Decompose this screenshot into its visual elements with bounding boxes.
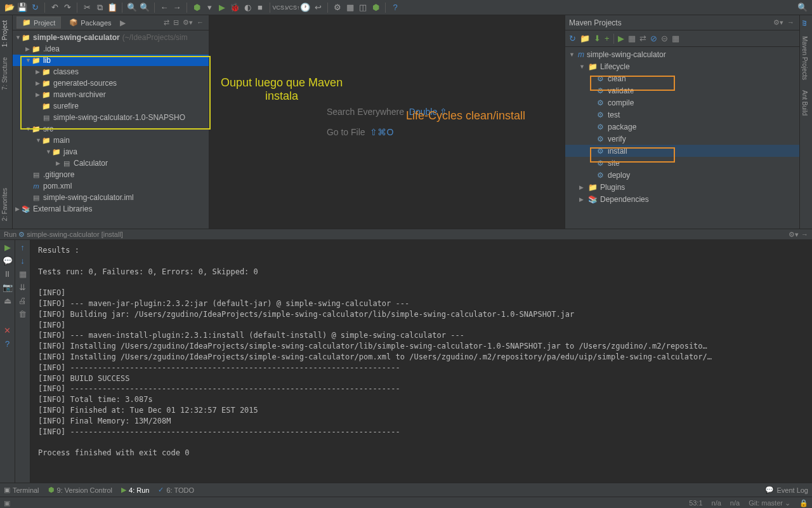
show-icon[interactable]: ▦ xyxy=(672,34,679,43)
close-icon[interactable]: ✕ xyxy=(4,326,11,335)
tree-row[interactable]: ▼📁java xyxy=(13,146,209,157)
download-icon[interactable]: ⬇ xyxy=(594,34,601,43)
coverage-icon[interactable]: ◐ xyxy=(242,2,253,13)
tree-row[interactable]: ▶📁classes xyxy=(13,66,209,77)
exec-icon[interactable]: ▦ xyxy=(628,34,636,43)
generate-icon[interactable]: 📁 xyxy=(580,34,590,43)
dump-icon[interactable]: 💬 xyxy=(3,256,13,265)
up-icon[interactable]: ↑ xyxy=(20,243,25,252)
line-sep[interactable]: n/a xyxy=(730,499,740,507)
search-icon[interactable]: 🔍 xyxy=(797,2,808,13)
tab-maven[interactable]: m xyxy=(800,15,809,31)
external-libraries[interactable]: ▶📚 External Libraries xyxy=(13,203,209,215)
tree-row[interactable]: ▤simple-swing-calculator-1.0-SNAPSHO xyxy=(13,112,209,123)
maven-goal-compile[interactable]: ⚙compile xyxy=(565,97,799,109)
tree-row[interactable]: ▤.gitignore xyxy=(13,169,209,180)
collapse-icon[interactable]: ⊟ xyxy=(172,18,180,27)
maven-plugins[interactable]: ▶📁 Plugins xyxy=(565,181,799,193)
tab-maven-label[interactable]: Maven Projects xyxy=(800,31,809,85)
exit-icon[interactable]: ⏏ xyxy=(4,296,11,305)
hide-icon[interactable]: → xyxy=(801,231,808,239)
toggle-icon[interactable]: ⇄ xyxy=(639,34,646,43)
tree-row[interactable]: ▶📁generated-sources xyxy=(13,77,209,89)
hide-icon[interactable]: ← xyxy=(195,18,205,27)
tab-run[interactable]: ▶4: Run xyxy=(121,486,149,494)
paste-icon[interactable]: 📋 xyxy=(107,2,118,13)
skip-icon[interactable]: ⊘ xyxy=(650,34,657,43)
wrap-icon[interactable]: ▦ xyxy=(19,269,27,279)
android-icon[interactable]: ⬢ xyxy=(370,2,381,13)
maven-root[interactable]: ▼m simple-swing-calculator xyxy=(565,48,799,60)
tab-todo[interactable]: ✓6: TODO xyxy=(158,486,194,494)
tree-row[interactable]: ▼📁lib xyxy=(13,55,209,66)
maven-dependencies[interactable]: ▶📚 Dependencies xyxy=(565,193,799,205)
maven-goal-clean[interactable]: ⚙clean xyxy=(565,72,799,84)
tab-favorites[interactable]: 2: Favorites xyxy=(0,183,10,226)
git-branch[interactable]: Git: master ⌄ xyxy=(749,499,790,507)
tab-terminal[interactable]: ▣Terminal xyxy=(4,486,39,494)
maven-goal-package[interactable]: ⚙package xyxy=(565,121,799,133)
sync-icon[interactable]: ↻ xyxy=(29,2,41,13)
tab-project[interactable]: 1: Project xyxy=(0,15,10,52)
structure-icon[interactable]: ▦ xyxy=(344,2,356,13)
print-icon[interactable]: 🖨 xyxy=(18,296,27,305)
maven-goal-verify[interactable]: ⚙verify xyxy=(565,133,799,145)
debug-icon[interactable]: 🐞 xyxy=(229,2,240,13)
clear-icon[interactable]: 🗑 xyxy=(18,309,27,319)
tree-row[interactable]: ▼📁main xyxy=(13,135,209,146)
hide-icon[interactable]: → xyxy=(786,18,796,27)
make-icon[interactable]: ⬢ xyxy=(191,2,202,13)
save-icon[interactable]: 💾 xyxy=(16,2,28,13)
find-icon[interactable]: 🔍 xyxy=(126,2,138,13)
config-icon[interactable]: ▾ xyxy=(204,2,215,13)
status-icon[interactable]: ▣ xyxy=(4,499,10,507)
run-icon[interactable]: ▶ xyxy=(216,2,228,13)
back-icon[interactable]: ← xyxy=(159,2,170,13)
vcs-update-icon[interactable]: VCS↓ xyxy=(274,2,285,13)
tab-structure[interactable]: 7: Structure xyxy=(0,52,10,95)
copy-icon[interactable]: ⧉ xyxy=(94,2,105,13)
replace-icon[interactable]: 🔍 xyxy=(139,2,150,13)
dropdown-icon[interactable]: ▶ xyxy=(120,18,126,27)
tree-row[interactable]: 📁surefire xyxy=(13,100,209,112)
tab-ant[interactable]: Ant Build xyxy=(800,85,809,121)
help-icon[interactable]: ? xyxy=(5,339,10,349)
tab-event-log[interactable]: 💬Event Log xyxy=(765,486,808,494)
offline-icon[interactable]: ⊝ xyxy=(661,34,668,43)
tree-row[interactable]: mpom.xml xyxy=(13,180,209,192)
tab-packages-view[interactable]: 📦Packages xyxy=(63,17,117,29)
sdk-icon[interactable]: ◫ xyxy=(357,2,369,13)
maven-goal-site[interactable]: ⚙site xyxy=(565,157,799,169)
tree-row[interactable]: ▶📁.idea xyxy=(13,43,209,55)
cut-icon[interactable]: ✂ xyxy=(81,2,93,13)
gear-icon[interactable]: ⚙▾ xyxy=(181,18,194,27)
console-output[interactable]: Results : Tests run: 0, Failures: 0, Err… xyxy=(30,240,812,483)
open-icon[interactable]: 📂 xyxy=(4,2,15,13)
help-icon[interactable]: ? xyxy=(390,2,401,13)
gear-icon[interactable]: ⚙▾ xyxy=(772,18,785,27)
tree-row[interactable]: ▤simple-swing-calculator.iml xyxy=(13,192,209,203)
maven-goal-install[interactable]: ⚙install xyxy=(565,145,799,157)
maven-goal-deploy[interactable]: ⚙deploy xyxy=(565,169,799,181)
add-icon[interactable]: + xyxy=(605,34,610,43)
maven-tree[interactable]: ▼m simple-swing-calculator ▼📁 Lifecycle … xyxy=(565,47,799,229)
lock-icon[interactable]: 🔒 xyxy=(799,499,808,507)
vcs-history-icon[interactable]: 🕐 xyxy=(299,2,311,13)
down-icon[interactable]: ↓ xyxy=(20,256,25,265)
settings-icon[interactable]: ⚙ xyxy=(332,2,343,13)
project-tree[interactable]: ▼📁 simple-swing-calculator (~/IdeaProjec… xyxy=(13,30,209,229)
vcs-commit-icon[interactable]: VCS↑ xyxy=(287,2,298,13)
undo-icon[interactable]: ↶ xyxy=(49,2,60,13)
maven-goal-validate[interactable]: ⚙validate xyxy=(565,84,799,97)
redo-icon[interactable]: ↷ xyxy=(62,2,73,13)
reimport-icon[interactable]: ↻ xyxy=(569,34,576,43)
tree-root[interactable]: ▼📁 simple-swing-calculator (~/IdeaProjec… xyxy=(13,32,209,43)
encoding[interactable]: n/a xyxy=(712,499,721,507)
run-icon[interactable]: ▶ xyxy=(618,34,624,43)
forward-icon[interactable]: → xyxy=(171,2,183,13)
gear-icon[interactable]: ⚙▾ xyxy=(789,231,799,239)
maven-lifecycle[interactable]: ▼📁 Lifecycle xyxy=(565,60,799,72)
stop-icon[interactable]: ■ xyxy=(254,2,266,13)
tab-project-view[interactable]: 📁Project xyxy=(16,17,61,29)
maven-goal-test[interactable]: ⚙test xyxy=(565,109,799,121)
